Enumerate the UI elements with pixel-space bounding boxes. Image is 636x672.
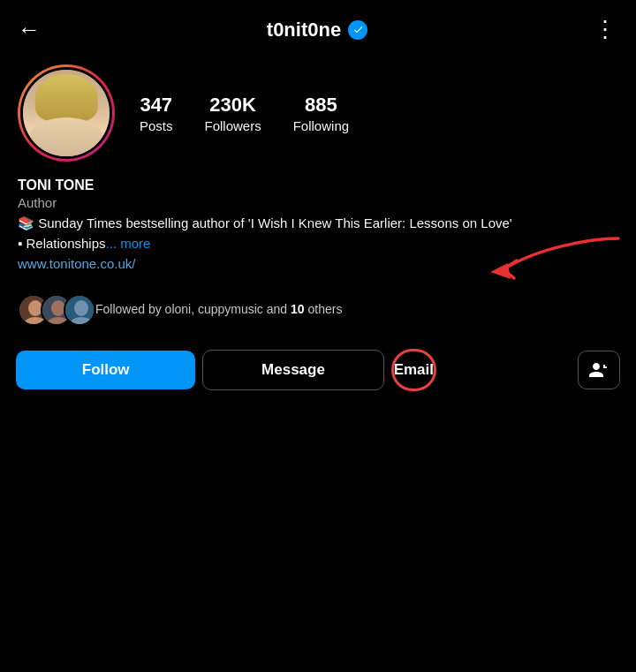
red-arrow-annotation [450,230,627,291]
bio-section: TONI TONE Author 📚 Sunday Times bestsell… [0,174,636,285]
profile-section: 347 Posts 230K Followers 885 Following [0,56,636,174]
action-buttons-row: Follow Message Email [0,338,636,409]
avatar-ring [18,64,115,162]
followed-by-section: Followed by oloni, cuppymusic and 10 oth… [0,285,636,338]
follower-avatar-3 [64,294,95,326]
add-user-button[interactable] [578,351,620,389]
posts-stat[interactable]: 347 Posts [140,94,173,133]
followers-label: Followers [205,118,261,133]
avatar-wrap [18,64,115,162]
avatar[interactable] [20,67,112,159]
display-name: TONI TONE [18,177,618,193]
username-label: t0nit0ne [267,19,341,42]
svg-marker-0 [490,263,511,279]
email-button[interactable]: Email [391,349,436,391]
avatar-image [23,70,110,156]
more-options-button[interactable]: ⋮ [594,16,618,43]
follow-button[interactable]: Follow [16,351,195,389]
following-count: 885 [305,94,337,117]
svg-point-8 [74,300,88,316]
bio-category: Author [18,195,618,210]
message-button[interactable]: Message [202,350,383,390]
stats-row: 347 Posts 230K Followers 885 Following [140,94,349,133]
followed-by-text: Followed by oloni, cuppymusic and 10 oth… [95,301,342,319]
followers-stat[interactable]: 230K Followers [205,94,261,133]
email-button-wrap: Email [391,349,571,391]
header: ← t0nit0ne ⋮ [0,0,636,56]
posts-count: 347 [140,94,172,117]
bio-link-row: www.tonitone.co.uk/ [18,256,618,271]
verified-badge [348,20,367,40]
posts-label: Posts [140,118,173,133]
follower-avatars [18,294,87,326]
header-username-area: t0nit0ne [267,19,367,42]
following-label: Following [293,118,349,133]
followers-count: 230K [209,94,256,117]
bio-link[interactable]: www.tonitone.co.uk/ [18,256,135,271]
back-button[interactable]: ← [18,16,41,43]
following-stat[interactable]: 885 Following [293,94,349,133]
